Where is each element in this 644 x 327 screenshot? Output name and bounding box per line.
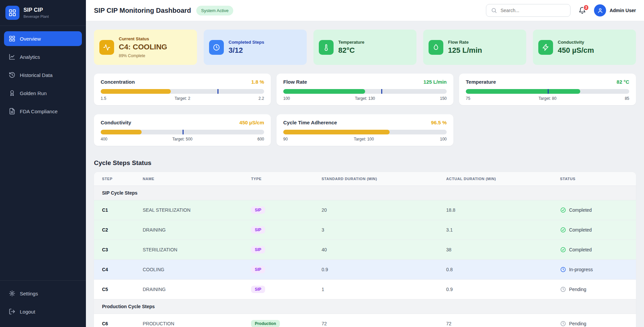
logout-icon bbox=[9, 308, 15, 315]
cell-type: SIP bbox=[246, 200, 316, 220]
cell-type: SIP bbox=[246, 220, 316, 240]
table-group-row-sip-cycle-steps: SIP Cycle Steps bbox=[94, 186, 636, 200]
gauge-header: Concentration1.8 % bbox=[101, 79, 264, 85]
table-row-c3: C3STERILIZATIONSIP4038Completed bbox=[94, 240, 636, 260]
gauge-labels: 400Target: 500600 bbox=[101, 137, 264, 141]
search-input[interactable] bbox=[500, 8, 565, 13]
gauge-title: Conductivity bbox=[101, 120, 131, 125]
award-icon bbox=[9, 90, 15, 96]
gauge-title: Cycle Time Adherence bbox=[283, 120, 337, 125]
card-label: Conductivity bbox=[558, 40, 594, 45]
gauge-header: Cycle Time Adherence96.5 % bbox=[283, 120, 447, 125]
gauge-bar-fill bbox=[466, 89, 580, 94]
user-menu[interactable]: Admin User bbox=[594, 4, 636, 16]
gauge-labels: 90Target: 100100 bbox=[283, 137, 447, 141]
sidebar-item-label: Overview bbox=[20, 36, 41, 42]
file-icon bbox=[9, 108, 15, 115]
cell-status: Pending bbox=[555, 280, 636, 299]
gauge-labels: 100Target: 130150 bbox=[283, 96, 447, 101]
sidebar-item-fda-compliance[interactable]: FDA Compliance bbox=[4, 104, 82, 119]
cell-step: C6 bbox=[94, 314, 137, 327]
cell-actual-duration: 72 bbox=[441, 314, 555, 327]
table-row-c1: C1SEAL STERILIZATIONSIP2018.8Completed bbox=[94, 200, 636, 220]
table-row-c2: C2DRAININGSIP33.1Completed bbox=[94, 220, 636, 240]
gauge-target-label: Target: 500 bbox=[172, 137, 192, 141]
cell-name: SEAL STERILIZATION bbox=[137, 200, 246, 220]
gauge-conductivity: Conductivity450 µS/cm400Target: 500600 bbox=[94, 114, 271, 146]
target-tick bbox=[381, 89, 382, 94]
status-label: Pending bbox=[569, 321, 586, 326]
table-header-row: STEPNAMETYPESTANDARD DURATION (MIN)ACTUA… bbox=[94, 172, 636, 186]
gauge-bar bbox=[466, 89, 629, 94]
status-indicator: Pending bbox=[560, 321, 631, 327]
cell-status: Pending bbox=[555, 314, 636, 327]
gauge-max-label: 600 bbox=[257, 137, 264, 141]
header-right: 3 Admin User bbox=[486, 4, 636, 17]
card-text: Temperature82°C bbox=[338, 40, 364, 55]
sidebar-item-overview[interactable]: Overview bbox=[4, 31, 82, 46]
cell-standard-duration: 20 bbox=[316, 200, 441, 220]
notification-count-badge: 3 bbox=[583, 4, 589, 11]
sidebar-item-golden-run[interactable]: Golden Run bbox=[4, 86, 82, 100]
cell-name: STERILIZATION bbox=[137, 240, 246, 260]
cell-standard-duration: 0.9 bbox=[316, 260, 441, 280]
type-badge: Production bbox=[251, 320, 280, 327]
gauge-target-label: Target: 130 bbox=[355, 96, 375, 101]
sidebar-nav: OverviewAnalyticsHistorical DataGolden R… bbox=[0, 26, 86, 280]
notifications-button[interactable]: 3 bbox=[579, 7, 586, 14]
cell-status: Completed bbox=[555, 220, 636, 240]
bolt-icon bbox=[538, 40, 553, 55]
table-body: SIP Cycle StepsC1SEAL STERILIZATIONSIP20… bbox=[94, 186, 636, 327]
gauge-value: 96.5 % bbox=[431, 120, 447, 125]
main-area: SIP CIP Monitoring Dashboard System Acti… bbox=[86, 0, 644, 327]
sidebar-item-label: Settings bbox=[20, 291, 38, 296]
history-icon bbox=[9, 72, 15, 78]
app-logo-icon bbox=[5, 6, 19, 20]
type-badge: SIP bbox=[251, 266, 265, 273]
search-icon bbox=[491, 7, 497, 13]
cell-type: SIP bbox=[246, 280, 316, 299]
gauge-bar bbox=[101, 89, 264, 94]
droplet-icon bbox=[429, 40, 443, 55]
table-row-c6: C6PRODUCTIONProduction7272Pending bbox=[94, 314, 636, 327]
sidebar-item-logout[interactable]: Logout bbox=[4, 304, 82, 319]
grid-icon bbox=[9, 35, 15, 42]
cell-name: PRODUCTION bbox=[137, 314, 246, 327]
cell-type: Production bbox=[246, 314, 316, 327]
user-name: Admin User bbox=[609, 8, 636, 13]
status-label: Completed bbox=[569, 227, 592, 233]
sidebar-item-settings[interactable]: Settings bbox=[4, 286, 82, 301]
sidebar-item-analytics[interactable]: Analytics bbox=[4, 49, 82, 64]
cell-standard-duration: 3 bbox=[316, 220, 441, 240]
summary-card-conductivity: Conductivity450 µS/cm bbox=[533, 30, 636, 65]
gauge-value: 125 L/min bbox=[424, 79, 447, 85]
gauge-value: 450 µS/cm bbox=[239, 120, 264, 125]
cell-type: SIP bbox=[246, 260, 316, 280]
gauge-max-label: 2.2 bbox=[258, 96, 264, 101]
card-label: Current Status bbox=[119, 36, 167, 41]
sidebar-item-label: Historical Data bbox=[20, 72, 53, 78]
card-label: Completed Steps bbox=[229, 40, 264, 45]
target-tick bbox=[217, 89, 218, 94]
gauge-target-label: Target: 2 bbox=[175, 96, 190, 101]
cell-name: COOLING bbox=[137, 260, 246, 280]
gauge-min-label: 1.5 bbox=[101, 96, 106, 101]
column-header-standard-duration-min: STANDARD DURATION (MIN) bbox=[316, 172, 441, 186]
gauge-max-label: 150 bbox=[440, 96, 447, 101]
status-indicator: Pending bbox=[560, 286, 631, 292]
search-box[interactable] bbox=[486, 4, 571, 17]
card-text: Flow Rate125 L/min bbox=[448, 40, 482, 55]
gauge-title: Temperature bbox=[466, 79, 496, 85]
card-value: 3/12 bbox=[229, 46, 264, 55]
app-logo: SIP CIP Beverage Plant bbox=[0, 0, 86, 26]
sidebar-item-historical-data[interactable]: Historical Data bbox=[4, 68, 82, 82]
status-label: In-progress bbox=[569, 267, 593, 272]
gauge-target-label: Target: 100 bbox=[354, 137, 374, 141]
summary-card-completed-steps: Completed Steps3/12 bbox=[204, 30, 307, 65]
cell-status: Completed bbox=[555, 200, 636, 220]
column-header-actual-duration-min: ACTUAL DURATION (MIN) bbox=[441, 172, 555, 186]
check-circle-icon bbox=[560, 247, 566, 253]
sidebar-item-label: Golden Run bbox=[20, 90, 47, 96]
gauge-target-label: Target: 80 bbox=[539, 96, 556, 101]
gauge-min-label: 75 bbox=[466, 96, 470, 101]
